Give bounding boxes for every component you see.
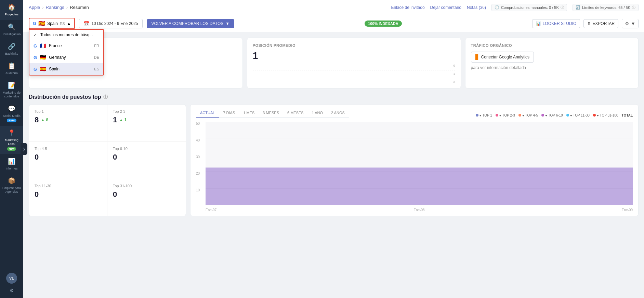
germany-flag: 🇩🇪 [40,54,46,60]
main-content: Apple › Rankings › Resumen Enlace de inv… [23,0,644,298]
tab-3meses[interactable]: 3 MESES [259,109,283,118]
top31100-chart [113,201,180,211]
audit-icon: 📋 [8,62,15,70]
legend-label-total: TOTAL [622,113,633,117]
top31100-label: Top 31-100 [113,184,180,188]
tab-actual[interactable]: ACTUAL [196,109,219,118]
settings-button[interactable]: ⚙ ▼ [622,19,639,28]
topnav-right: Enlace de invitado Dejar comentario Nota… [391,4,639,11]
local-icon: 📍 [8,129,15,137]
sidebar-item-paquete[interactable]: 📦 Paquete para Agencias [0,174,23,197]
breadcrumb-apple[interactable]: Apple [29,5,40,10]
legend-top1130: ● TOP 11-30 [566,113,590,117]
top1-label: Top 1 [35,109,102,113]
sidebar-item-social-media[interactable]: 💬 Social Media Beta [0,101,23,126]
tab-6meses[interactable]: 6 MESES [283,109,308,118]
sidebar-item-marketing-local[interactable]: 📍 Marketing Local New [0,126,23,154]
tab-1mes[interactable]: 1 MES [239,109,259,118]
breadcrumb: Apple › Rankings › Resumen [29,5,89,10]
distribution-info-icon[interactable]: ⓘ [103,94,108,100]
top31100-line [113,201,180,211]
recheck-button[interactable]: VOLVER A COMPROBAR LOS DATOS ▼ [147,19,235,28]
sidebar: ❯ 🏠 Proyectos 🔍 Investigación 🔗 Backlink… [0,0,23,298]
search-engine-button[interactable]: G 🇪🇸 Spain ES ▲ [29,18,75,29]
posicion-promedio-card: POSICIÓN PROMEDIO 1 0 1 3 [247,38,461,89]
france-flag: 🇫🇷 [40,43,46,49]
settings-chevron: ▼ [631,21,635,26]
tab-2anos[interactable]: 2 AÑOS [327,109,349,118]
spain-code: ES [94,67,99,71]
top31100-value: 0 [113,190,180,199]
top1130-chart [35,201,102,211]
looker-label: LOOKER STUDIO [543,21,577,26]
sidebar-item-label: Social Media [3,114,21,118]
top23-line [113,126,180,137]
posicion-line-chart [253,64,455,83]
analytics-icon: ▊ [475,54,479,60]
sidebar-item-label: Marketing de contenidos [1,91,22,98]
legend-label-top45: ● TOP 4-5 [522,113,538,117]
notas-link[interactable]: Notas (36) [467,5,486,10]
lang-code-button: ES [60,22,65,26]
looker-icon: 📊 [536,21,541,26]
se-option-all[interactable]: ✓ Todos los motores de búsq... [29,30,103,40]
google-logo-germany: G [34,55,37,60]
new-badge: New [7,147,16,151]
sidebar-item-label: Marketing Local [1,138,22,146]
date-picker-button[interactable]: 📅 10 Dic 2024 - 9 Ene 2025 [79,19,142,28]
dejar-comentario-link[interactable]: Dejar comentario [430,5,461,10]
top23-delta: ▲ 1 [119,118,127,122]
sidebar-item-investigacion[interactable]: 🔍 Investigación [0,20,23,39]
spain-flag: 🇪🇸 [40,66,46,72]
top1130-value: 0 [35,190,102,199]
connect-ga-button[interactable]: ▊ Conectar Google Analytics [471,52,534,63]
recheck-label: VOLVER A COMPROBAR LOS DATOS [152,21,224,26]
gear-icon[interactable]: ⚙ [10,288,14,293]
looker-studio-button[interactable]: 📊 LOOKER STUDIO [532,19,580,28]
breadcrumb-rankings[interactable]: Rankings [46,5,64,10]
sidebar-item-proyectos[interactable]: 🏠 Proyectos [0,0,23,20]
top1-delta: ▲ 8 [41,118,48,122]
top45-card: Top 4-5 0 [29,142,107,179]
y-label-1: 1 [454,72,455,76]
distribution-title-text: Distribución de puestos top [29,94,101,100]
export-label: EXPORTAR [592,21,615,26]
google-logo-button: G [33,21,36,26]
tab-7dias[interactable]: 7 DÍAS [219,109,239,118]
avatar[interactable]: VL [6,273,17,284]
top45-chart [35,164,102,174]
top1130-card: Top 11-30 0 [29,179,107,216]
sidebar-item-backlinks[interactable]: 🔗 Backlinks [0,39,23,59]
info-icon-lim: ⓘ [632,5,635,10]
spain-label: Spain [49,67,91,71]
sidebar-item-informes[interactable]: 📊 Informes [0,154,23,174]
legend-top23: ● TOP 2-3 [496,113,515,117]
trafico-description: para ver información detallada [471,65,633,70]
sidebar-item-label: Backlinks [5,52,18,55]
chevron-up-icon: ▲ [67,21,71,26]
indexed-badge: 100% INDEXADA [365,21,402,27]
limites-info: 🔄 Límites de keywords: 65 / 5K ⓘ [573,4,639,11]
top-positions-grid: Top 1 8 ▲ 8 Top 2-3 [29,104,186,216]
chevron-down-icon: ▼ [225,21,229,26]
top23-label: Top 2-3 [113,109,180,113]
sidebar-expand-button[interactable]: ❯ [21,143,27,155]
france-code: FR [94,44,99,48]
se-option-spain[interactable]: G 🇪🇸 Spain ES [29,63,103,75]
chart-area: 50 40 30 20 10 [196,122,633,212]
legend-top610: ● TOP 6-10 [541,113,563,117]
enlace-invitado-link[interactable]: Enlace de invitado [391,5,425,10]
x-label-ene07: Ene-07 [206,208,216,212]
se-option-germany[interactable]: G 🇩🇪 Germany DE [29,52,103,63]
google-logo-spain: G [34,67,37,72]
sidebar-item-marketing-contenidos[interactable]: 📝 Marketing de contenidos [0,78,23,102]
package-icon: 📦 [8,177,15,185]
legend-label-top1130: ● TOP 11-30 [570,113,590,117]
se-option-france[interactable]: G 🇫🇷 France FR [29,40,103,52]
top-navigation: Apple › Rankings › Resumen Enlace de inv… [23,0,644,15]
breadcrumb-sep-1: › [42,5,43,10]
tab-1ano[interactable]: 1 AÑO [308,109,327,118]
clock-icon: 🕐 [495,5,499,10]
export-button[interactable]: ⬆ EXPORTAR [583,19,618,28]
sidebar-item-auditoria[interactable]: 📋 Auditoría [0,59,23,78]
